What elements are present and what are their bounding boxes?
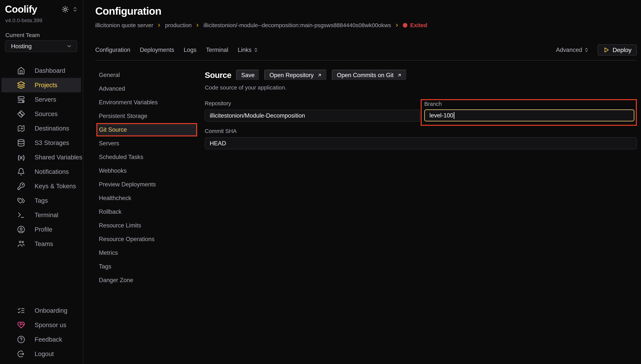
sidebar-item-keys-tokens[interactable]: Keys & Tokens — [0, 179, 83, 194]
sidebar-item-terminal[interactable]: Terminal — [0, 208, 83, 222]
sidebar-item-label: Notifications — [35, 168, 69, 175]
deploy-label: Deploy — [612, 46, 631, 54]
tab-configuration[interactable]: Configuration — [95, 46, 130, 54]
tab-deployments[interactable]: Deployments — [140, 46, 174, 54]
sidebar-item-label: Projects — [35, 82, 57, 89]
subnav-item-preview-deployments[interactable]: Preview Deployments — [95, 178, 205, 191]
database-icon — [17, 139, 25, 147]
branch-input[interactable]: level-100 — [424, 110, 634, 122]
sidebar-item-logout[interactable]: Logout — [0, 347, 83, 361]
subnav-item-git-source[interactable]: Git Source — [97, 124, 196, 136]
chevron-right-icon — [195, 23, 200, 28]
repository-field-group: Repository illicitestonion/Module-Decomp… — [205, 100, 420, 122]
breadcrumb-application[interactable]: illicitestonion/-module--decomposition:m… — [203, 22, 391, 28]
chevrons-up-down-icon[interactable] — [72, 6, 78, 13]
section-title: Source — [205, 70, 231, 80]
branch-value: level-100 — [429, 112, 453, 119]
tab-logs[interactable]: Logs — [184, 46, 196, 54]
logo-row: Coolify — [5, 4, 78, 15]
sidebar-item-profile[interactable]: Profile — [0, 222, 83, 237]
section-description: Code source of your application. — [205, 84, 637, 91]
commit-sha-input[interactable]: HEAD — [205, 137, 637, 149]
app-logo[interactable]: Coolify — [5, 4, 37, 15]
subnav-item-tags[interactable]: Tags — [95, 260, 205, 274]
status-dot-icon — [403, 23, 407, 28]
map-icon — [17, 124, 25, 132]
team-select-value: Hosting — [11, 43, 32, 50]
user-circle-icon — [17, 226, 25, 234]
subnav-item-webhooks[interactable]: Webhooks — [95, 164, 205, 178]
main-content: Configuration illicitonion quote server … — [84, 0, 641, 364]
open-repository-label: Open Repository — [269, 72, 314, 79]
sidebar-footer-nav: Onboarding Sponsor us Feedback Logout — [0, 304, 83, 361]
breadcrumb-environment[interactable]: production — [165, 22, 192, 28]
sidebar-item-dashboard[interactable]: Dashboard — [0, 64, 83, 78]
sidebar-item-notifications[interactable]: Notifications — [0, 164, 83, 179]
annotation-box-git-source: Git Source — [96, 123, 197, 136]
breadcrumb: illicitonion quote server production ill… — [95, 22, 637, 28]
tab-links[interactable]: Links — [238, 46, 258, 54]
sidebar-item-tags[interactable]: Tags — [0, 194, 83, 208]
sidebar-item-label: Feedback — [35, 336, 62, 343]
subnav-item-persistent-storage[interactable]: Persistent Storage — [95, 109, 205, 123]
sidebar-item-feedback[interactable]: Feedback — [0, 332, 83, 347]
sidebar-item-servers[interactable]: Servers — [0, 92, 83, 107]
app-version: v4.0.0-beta.399 — [5, 18, 42, 24]
subnav-item-resource-limits[interactable]: Resource Limits — [95, 219, 205, 232]
sidebar-item-label: Teams — [35, 240, 53, 248]
subnav-item-environment-variables[interactable]: Environment Variables — [95, 96, 205, 109]
subnav-item-advanced[interactable]: Advanced — [95, 82, 205, 96]
sidebar-item-teams[interactable]: Teams — [0, 237, 83, 251]
subnav-item-rollback[interactable]: Rollback — [95, 205, 205, 219]
commit-sha-label: Commit SHA — [205, 128, 637, 134]
page-title: Configuration — [95, 5, 637, 17]
subnav-item-metrics[interactable]: Metrics — [95, 246, 205, 260]
sidebar-item-sources[interactable]: Sources — [0, 107, 83, 121]
chevron-right-icon — [157, 23, 162, 28]
theme-sun-icon[interactable] — [62, 6, 69, 14]
logout-icon — [17, 350, 25, 358]
subnav-item-healthcheck[interactable]: Healthcheck — [95, 191, 205, 205]
chevron-down-icon — [66, 43, 72, 49]
tags-icon — [17, 197, 25, 204]
sidebar-item-s3-storages[interactable]: S3 Storages — [0, 136, 83, 150]
variable-icon: (x) — [17, 154, 25, 161]
external-link-icon — [317, 73, 322, 78]
tab-links-label: Links — [238, 46, 252, 54]
repository-input[interactable]: illicitestonion/Module-Decomposition — [205, 110, 420, 122]
sidebar-item-projects[interactable]: Projects — [2, 78, 81, 92]
sidebar-item-sponsor[interactable]: Sponsor us — [0, 318, 83, 332]
deploy-button[interactable]: Deploy — [598, 44, 637, 56]
subnav-item-servers[interactable]: Servers — [95, 136, 205, 150]
config-subnav: General Advanced Environment Variables P… — [95, 68, 205, 287]
divider — [95, 60, 637, 60]
breadcrumb-project[interactable]: illicitonion quote server — [95, 22, 153, 28]
sidebar-item-onboarding[interactable]: Onboarding — [0, 304, 83, 318]
subnav-item-scheduled-tasks[interactable]: Scheduled Tasks — [95, 150, 205, 164]
users-icon — [17, 240, 25, 248]
team-select[interactable]: Hosting — [5, 40, 77, 52]
sidebar-item-label: Tags — [35, 197, 48, 204]
bell-icon — [17, 168, 25, 176]
sidebar-item-label: Servers — [35, 96, 56, 103]
subnav-item-danger-zone[interactable]: Danger Zone — [95, 274, 205, 287]
sidebar-item-label: Dashboard — [35, 67, 65, 74]
git-source-icon — [17, 110, 25, 118]
sidebar-item-label: Destinations — [35, 125, 69, 132]
home-icon — [17, 67, 25, 75]
open-repository-button[interactable]: Open Repository — [264, 70, 327, 80]
checklist-icon — [17, 307, 25, 314]
save-button[interactable]: Save — [236, 70, 260, 80]
sidebar-item-label: Shared Variables — [35, 154, 82, 161]
subnav-item-general[interactable]: General — [95, 68, 205, 82]
sidebar-item-shared-variables[interactable]: (x) Shared Variables — [0, 150, 83, 164]
subnav-item-resource-operations[interactable]: Resource Operations — [95, 232, 205, 246]
open-commits-button[interactable]: Open Commits on Git — [332, 70, 407, 80]
server-icon — [17, 96, 25, 104]
commit-sha-value: HEAD — [210, 140, 226, 147]
repository-value: illicitestonion/Module-Decomposition — [210, 112, 305, 119]
repository-label: Repository — [205, 100, 420, 106]
tab-terminal[interactable]: Terminal — [206, 46, 228, 54]
advanced-dropdown[interactable]: Advanced — [556, 46, 589, 54]
sidebar-item-destinations[interactable]: Destinations — [0, 121, 83, 136]
